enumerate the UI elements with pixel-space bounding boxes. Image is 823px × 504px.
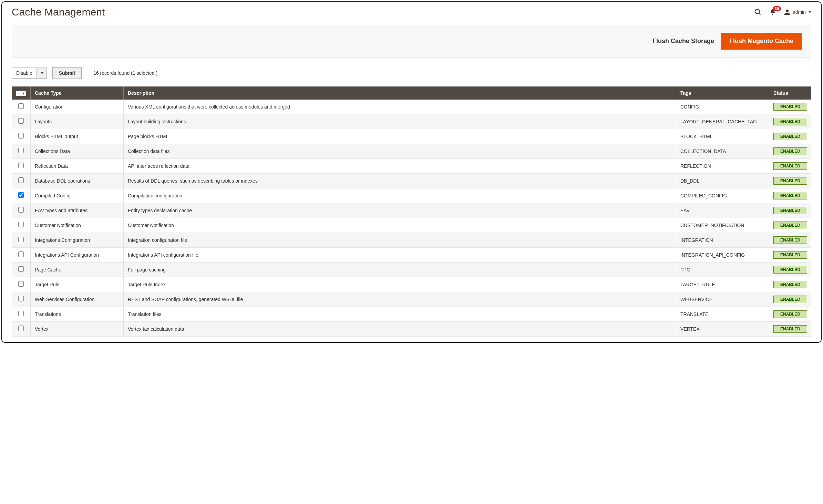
table-row[interactable]: Collections DataCollection data filesCOL… [12,144,811,158]
tags-cell: VERTEX [676,321,769,336]
table-row[interactable]: TranslationsTranslation filesTRANSLATEEN… [12,307,811,321]
notification-badge: 39 [773,6,781,11]
description-cell: Full page caching [124,262,676,277]
row-checkbox[interactable] [18,177,24,183]
table-row[interactable]: Customer NotificationCustomer Notificati… [12,218,811,233]
table-row[interactable]: Compiled ConfigCompilation configuration… [12,188,811,203]
tags-cell: COMPILED_CONFIG [676,188,769,203]
table-row[interactable]: VertexVertex tax calculation dataVERTEXE… [12,321,811,336]
row-checkbox[interactable] [18,296,24,301]
flush-magento-cache-button[interactable]: Flush Magento Cache [721,33,802,50]
row-checkbox[interactable] [18,207,24,213]
table-row[interactable]: Web Services ConfigurationREST and SOAP … [12,292,811,307]
mass-action-value[interactable]: Disable [12,68,37,78]
description-cell: REST and SOAP configurations, generated … [124,292,676,307]
cache-type-cell: EAV types and attributes [31,203,124,218]
tags-cell: CUSTOMER_NOTIFICATION [676,218,769,233]
status-badge: ENABLED [773,118,807,125]
table-row[interactable]: EAV types and attributesEntity types dec… [12,203,811,218]
row-checkbox[interactable] [18,237,24,242]
status-badge: ENABLED [773,325,807,333]
submit-button[interactable]: Submit [52,67,82,79]
tags-cell: TARGET_RULE [676,277,769,292]
cache-type-cell: Integrations API Configuration [31,247,124,262]
cache-type-cell: Layouts [31,114,124,129]
status-badge: ENABLED [773,222,807,229]
status-badge: ENABLED [773,310,807,318]
row-checkbox[interactable] [18,266,24,272]
chevron-down-icon [41,72,43,74]
row-checkbox[interactable] [18,311,24,316]
description-cell: Various XML configurations that were col… [124,100,676,114]
description-cell: Integration configuration file [124,233,676,247]
tags-cell: DB_DDL [676,173,769,188]
status-badge: ENABLED [773,103,807,111]
table-row[interactable]: Integrations ConfigurationIntegration co… [12,233,811,247]
row-checkbox[interactable] [18,281,24,287]
description-cell: Layout building instructions [124,114,676,129]
cache-type-cell: Customer Notification [31,218,124,233]
table-row[interactable]: Database DDL operationsResults of DDL qu… [12,173,811,188]
column-header-tags[interactable]: Tags [676,86,769,100]
row-checkbox[interactable] [18,222,24,227]
tags-cell: BLOCK_HTML [676,129,769,144]
status-badge: ENABLED [773,281,807,288]
tags-cell: WEBSERVICE [676,292,769,307]
description-cell: Collection data files [124,144,676,158]
table-row[interactable]: Page CacheFull page cachingFPCENABLED [12,262,811,277]
svg-point-2 [772,14,773,15]
table-row[interactable]: Target RuleTarget Rule IndexTARGET_RULEE… [12,277,811,292]
description-cell: Results of DDL queries, such as describi… [124,173,676,188]
status-badge: ENABLED [773,207,807,214]
row-checkbox[interactable] [18,148,24,153]
description-cell: Customer Notification [124,218,676,233]
select-all-control[interactable]: –▾ [16,91,26,96]
status-badge: ENABLED [773,266,807,274]
row-checkbox[interactable] [18,326,24,331]
tags-cell: INTEGRATION [676,233,769,247]
column-header-cache-type[interactable]: Cache Type [31,86,124,100]
column-header-status[interactable]: Status [769,86,812,100]
status-badge: ENABLED [773,147,807,155]
mass-action-select[interactable]: Disable [12,68,47,79]
status-badge: ENABLED [773,133,807,140]
user-icon [784,9,791,16]
row-checkbox[interactable] [18,118,24,124]
table-row[interactable]: Integrations API ConfigurationIntegratio… [12,247,811,262]
table-row[interactable]: LayoutsLayout building instructionsLAYOU… [12,114,811,129]
cache-type-cell: Page Cache [31,262,124,277]
description-cell: Integrations API configuration file [124,247,676,262]
description-cell: API interfaces reflection data [124,158,676,173]
status-badge: ENABLED [773,251,807,259]
row-checkbox[interactable] [18,251,24,257]
records-found-text: 16 records found (1 selected ) [93,70,157,76]
table-row[interactable]: Blocks HTML outputPage blocks HTMLBLOCK_… [12,129,811,144]
mass-action-toggle[interactable] [37,68,47,78]
row-checkbox[interactable] [18,163,24,168]
column-header-description[interactable]: Description [124,86,676,100]
tags-cell: FPC [676,262,769,277]
notifications-icon[interactable]: 39 [769,8,776,16]
tags-cell: REFLECTION [676,158,769,173]
description-cell: Entity types declaration cache [124,203,676,218]
admin-user-menu[interactable]: admin [784,9,811,16]
search-icon[interactable] [754,8,762,16]
table-row[interactable]: ConfigurationVarious XML configurations … [12,100,811,114]
flush-cache-storage-button[interactable]: Flush Cache Storage [652,38,714,45]
row-checkbox[interactable] [18,103,24,109]
tags-cell: EAV [676,203,769,218]
cache-type-cell: Database DDL operations [31,173,124,188]
description-cell: Compilation configuration [124,188,676,203]
chevron-down-icon [809,11,811,13]
status-badge: ENABLED [773,236,807,244]
column-header-checkbox[interactable]: –▾ [12,86,31,100]
description-cell: Vertex tax calculation data [124,321,676,336]
page-title: Cache Management [12,6,105,18]
cache-type-cell: Web Services Configuration [31,292,124,307]
row-checkbox[interactable] [18,133,24,138]
description-cell: Translation files [124,307,676,321]
tags-cell: INTEGRATION_API_CONFIG [676,247,769,262]
svg-line-1 [759,13,761,15]
row-checkbox[interactable] [18,192,24,198]
table-row[interactable]: Reflection DataAPI interfaces reflection… [12,158,811,173]
